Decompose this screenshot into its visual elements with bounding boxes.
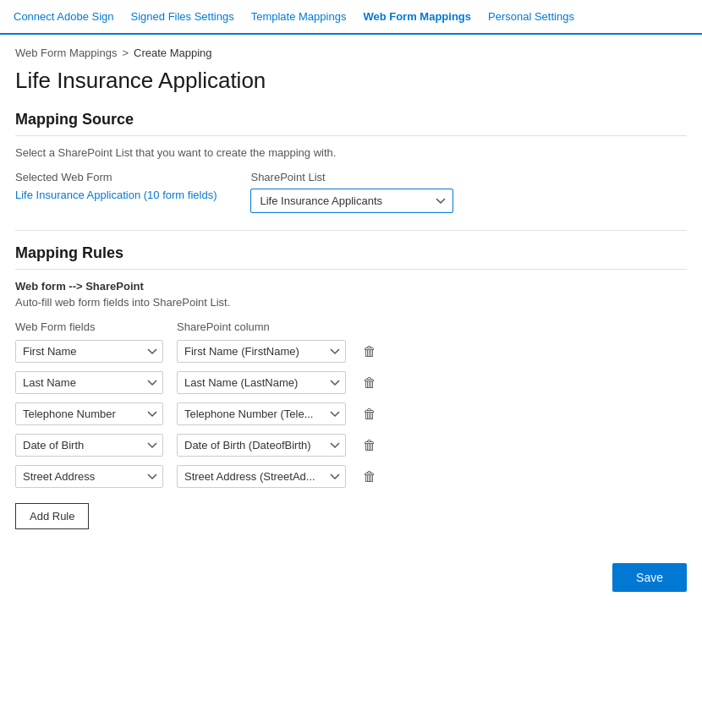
mapping-source-title: Mapping Source xyxy=(15,111,687,136)
mapping-source-right: SharePoint List Life Insurance Applicant… xyxy=(250,171,453,213)
web-form-fields-header: Web Form fields xyxy=(15,320,163,333)
nav-personal-settings[interactable]: Personal Settings xyxy=(480,10,583,23)
sharepoint-column-header: SharePoint column xyxy=(177,320,325,333)
delete-rule-5[interactable]: 🗑 xyxy=(359,467,380,487)
web-form-field-select-4[interactable]: Date of Birth xyxy=(15,434,163,457)
sharepoint-column-select-2[interactable]: Last Name (LastName) xyxy=(177,371,346,394)
sharepoint-column-select-5[interactable]: Street Address (StreetAd... xyxy=(177,465,346,488)
breadcrumb-parent[interactable]: Web Form Mappings xyxy=(15,47,117,59)
save-area: Save xyxy=(0,546,702,609)
nav-signed-files-settings[interactable]: Signed Files Settings xyxy=(123,10,243,23)
breadcrumb: Web Form Mappings > Create Mapping xyxy=(0,35,702,63)
mapping-rules-title: Mapping Rules xyxy=(15,244,687,270)
sharepoint-list-dropdown[interactable]: Life Insurance Applicants xyxy=(250,189,453,213)
section-divider xyxy=(15,230,687,231)
rule-row: First Name First Name (FirstName) 🗑 xyxy=(15,340,687,363)
mapping-rules-section: Mapping Rules Web form --> SharePoint Au… xyxy=(0,244,702,546)
web-form-field-select-1[interactable]: First Name xyxy=(15,340,163,363)
mapping-source-description: Select a SharePoint List that you want t… xyxy=(15,146,687,159)
top-navigation: Connect Adobe Sign Signed Files Settings… xyxy=(0,0,702,35)
delete-rule-1[interactable]: 🗑 xyxy=(359,342,380,362)
mapping-rules-description: Auto-fill web form fields into SharePoin… xyxy=(15,296,687,309)
add-rule-button[interactable]: Add Rule xyxy=(15,503,89,529)
sharepoint-column-select-1[interactable]: First Name (FirstName) xyxy=(177,340,346,363)
column-headers: Web Form fields SharePoint column xyxy=(15,320,687,333)
nav-template-mappings[interactable]: Template Mappings xyxy=(243,10,355,23)
mapping-rules-subtitle: Web form --> SharePoint xyxy=(15,280,687,293)
page-title: Life Insurance Application xyxy=(0,63,702,111)
rule-row: Date of Birth Date of Birth (DateofBirth… xyxy=(15,434,687,457)
rule-row: Telephone Number Telephone Number (Tele.… xyxy=(15,402,687,425)
rule-row: Street Address Street Address (StreetAd.… xyxy=(15,465,687,488)
mapping-source-section: Mapping Source Select a SharePoint List … xyxy=(0,111,702,230)
delete-rule-4[interactable]: 🗑 xyxy=(359,435,380,456)
nav-web-form-mappings[interactable]: Web Form Mappings xyxy=(354,10,480,23)
rule-row: Last Name Last Name (LastName) 🗑 xyxy=(15,371,687,394)
breadcrumb-current: Create Mapping xyxy=(134,47,212,59)
breadcrumb-separator: > xyxy=(122,47,129,59)
sharepoint-column-select-4[interactable]: Date of Birth (DateofBirth) xyxy=(177,434,346,457)
web-form-field-select-5[interactable]: Street Address xyxy=(15,465,163,488)
selected-web-form-label: Selected Web Form xyxy=(15,171,217,183)
mapping-source-left: Selected Web Form Life Insurance Applica… xyxy=(15,171,217,201)
sharepoint-list-label: SharePoint List xyxy=(250,171,453,183)
mapping-source-grid: Selected Web Form Life Insurance Applica… xyxy=(15,171,687,213)
web-form-field-select-3[interactable]: Telephone Number xyxy=(15,402,163,425)
sharepoint-column-select-3[interactable]: Telephone Number (Tele... xyxy=(177,402,346,425)
delete-rule-3[interactable]: 🗑 xyxy=(359,404,380,424)
delete-rule-2[interactable]: 🗑 xyxy=(359,373,380,393)
web-form-field-select-2[interactable]: Last Name xyxy=(15,371,163,394)
save-button[interactable]: Save xyxy=(612,563,687,592)
nav-connect-adobe-sign[interactable]: Connect Adobe Sign xyxy=(14,10,123,23)
selected-web-form-value: Life Insurance Application (10 form fiel… xyxy=(15,189,217,201)
